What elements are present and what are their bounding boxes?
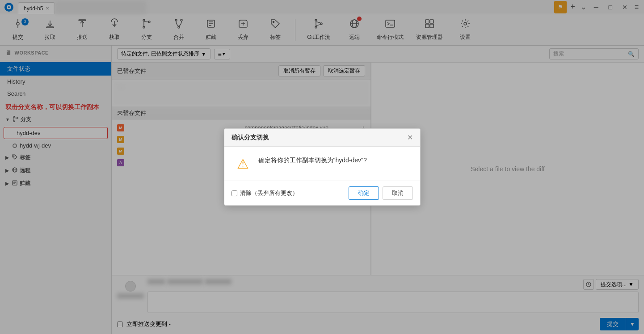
warning-icon: ⚠	[235, 156, 251, 172]
confirm-branch-switch-modal: 确认分支切换 ✕ ⚠ 确定将你的工作副本切换为"hydd-dev"? 清除（丢弃…	[224, 128, 421, 206]
confirm-button[interactable]: 确定	[349, 186, 379, 200]
clear-changes-checkbox[interactable]	[232, 190, 237, 196]
modal-footer: 清除（丢弃所有更改） 确定 取消	[224, 181, 420, 205]
modal-close-button[interactable]: ✕	[407, 133, 413, 142]
clear-changes-label: 清除（丢弃所有更改）	[240, 189, 298, 197]
cancel-button[interactable]: 取消	[383, 186, 413, 200]
modal-body: ⚠ 确定将你的工作副本切换为"hydd-dev"?	[224, 147, 420, 181]
warning-triangle-icon: ⚠	[237, 156, 249, 172]
modal-overlay: 确认分支切换 ✕ ⚠ 确定将你的工作副本切换为"hydd-dev"? 清除（丢弃…	[0, 0, 644, 334]
modal-title: 确认分支切换	[232, 134, 269, 142]
modal-message: 确定将你的工作副本切换为"hydd-dev"?	[258, 156, 409, 165]
modal-buttons: 确定 取消	[349, 186, 413, 200]
modal-checkbox-area: 清除（丢弃所有更改）	[232, 189, 298, 197]
modal-title-bar: 确认分支切换 ✕	[224, 129, 420, 147]
